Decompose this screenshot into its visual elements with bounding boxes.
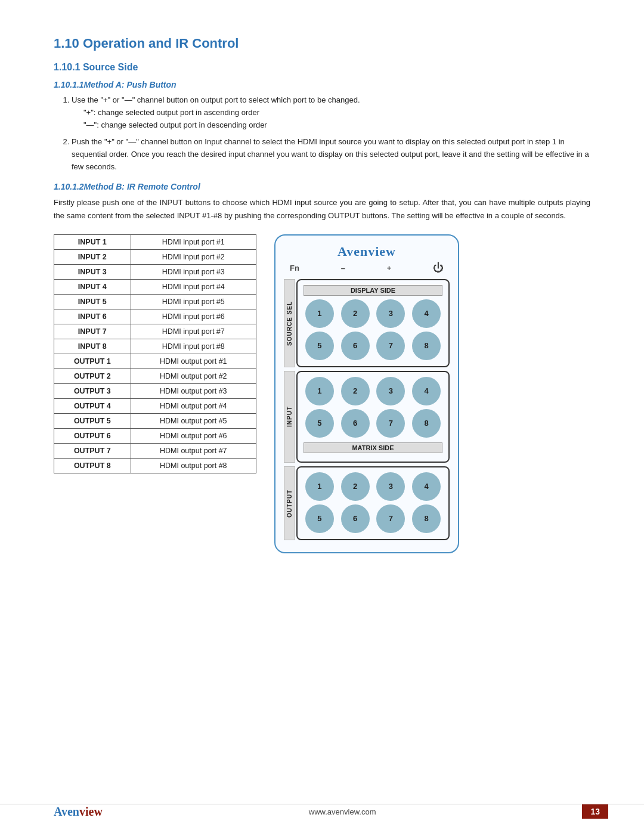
table-cell-port: INPUT 5 [54, 294, 131, 309]
port-table-container: INPUT 1HDMI input port #1INPUT 2HDMI inp… [54, 234, 256, 473]
table-cell-port: OUTPUT 3 [54, 383, 131, 398]
table-cell-desc: HDMI input port #8 [131, 339, 256, 354]
table-cell-port: OUTPUT 2 [54, 368, 131, 383]
table-cell-port: INPUT 4 [54, 279, 131, 294]
input-btn-5[interactable]: 5 [305, 409, 334, 438]
table-cell-port: INPUT 8 [54, 339, 131, 354]
content-area: INPUT 1HDMI input port #1INPUT 2HDMI inp… [54, 234, 590, 553]
output-section: OUTPUT 1 2 3 4 5 6 7 8 [284, 466, 450, 540]
table-row: OUTPUT 4HDMI output port #4 [54, 398, 256, 413]
source-sel-label: SOURCE SEL [284, 279, 295, 367]
power-icon: ⏻ [433, 262, 444, 274]
table-row: INPUT 3HDMI input port #3 [54, 264, 256, 279]
table-cell-desc: HDMI input port #5 [131, 294, 256, 309]
input-btn-8[interactable]: 8 [412, 409, 441, 438]
display-btn-8[interactable]: 8 [412, 332, 441, 360]
table-cell-port: INPUT 2 [54, 249, 131, 264]
display-btn-3[interactable]: 3 [376, 299, 405, 328]
table-cell-port: OUTPUT 7 [54, 443, 131, 458]
page: 1.10 Operation and IR Control 1.10.1 Sou… [0, 0, 644, 833]
input-btn-7[interactable]: 7 [376, 409, 405, 438]
table-row: OUTPUT 7HDMI output port #7 [54, 443, 256, 458]
table-cell-desc: HDMI output port #6 [131, 428, 256, 443]
step1b: "—": change selected output port in desc… [83, 119, 590, 132]
output-btn-3[interactable]: 3 [376, 472, 405, 501]
table-cell-desc: HDMI output port #5 [131, 413, 256, 428]
method-a-title: 1.10.1.1Method A: Push Button [54, 80, 590, 89]
plus-label: + [387, 264, 392, 272]
input-btn-1[interactable]: 1 [305, 377, 334, 405]
output-btn-1[interactable]: 1 [305, 472, 334, 501]
table-cell-desc: HDMI output port #8 [131, 458, 256, 473]
input-btn-2[interactable]: 2 [341, 377, 370, 405]
footer-page-number: 13 [582, 804, 608, 819]
remote-diagram: Avenview Fn – + ⏻ SOURCE SEL DISPLAY SID… [274, 234, 459, 553]
input-section: INPUT 1 2 3 4 5 6 7 8 MATRIX SIDE [284, 371, 450, 463]
output-btn-6[interactable]: 6 [341, 504, 370, 533]
table-cell-port: OUTPUT 4 [54, 398, 131, 413]
input-label: INPUT [284, 371, 295, 463]
port-table: INPUT 1HDMI input port #1INPUT 2HDMI inp… [54, 234, 256, 473]
table-cell-port: OUTPUT 5 [54, 413, 131, 428]
input-btn-6[interactable]: 6 [341, 409, 370, 438]
table-row: OUTPUT 2HDMI output port #2 [54, 368, 256, 383]
table-row: OUTPUT 1HDMI output port #1 [54, 354, 256, 368]
display-side-label: DISPLAY SIDE [304, 285, 442, 296]
table-cell-desc: HDMI input port #6 [131, 309, 256, 324]
remote-top-row: Fn – + ⏻ [284, 262, 450, 274]
section-title: 1.10 Operation and IR Control [54, 36, 590, 51]
method-b-text: Firstly please push one of the INPUT but… [54, 196, 590, 222]
input-buttons-container: 1 2 3 4 5 6 7 8 MATRIX SIDE [296, 371, 450, 463]
output-btn-5[interactable]: 5 [305, 504, 334, 533]
method-b-title: 1.10.1.2Method B: IR Remote Control [54, 182, 590, 191]
table-row: INPUT 2HDMI input port #2 [54, 249, 256, 264]
table-cell-port: INPUT 1 [54, 234, 131, 249]
table-cell-desc: HDMI input port #4 [131, 279, 256, 294]
display-btn-1[interactable]: 1 [305, 299, 334, 328]
table-cell-port: OUTPUT 1 [54, 354, 131, 368]
remote-brand: Avenview [284, 244, 450, 259]
table-row: OUTPUT 6HDMI output port #6 [54, 428, 256, 443]
table-cell-desc: HDMI output port #7 [131, 443, 256, 458]
output-btn-grid: 1 2 3 4 5 6 7 8 [304, 472, 442, 533]
footer-brand: Avenview [54, 805, 103, 819]
output-btn-4[interactable]: 4 [412, 472, 441, 501]
table-cell-desc: HDMI input port #7 [131, 324, 256, 339]
table-cell-port: OUTPUT 6 [54, 428, 131, 443]
display-side-section: SOURCE SEL DISPLAY SIDE 1 2 3 4 5 6 7 8 [284, 279, 450, 367]
input-btn-3[interactable]: 3 [376, 377, 405, 405]
display-btn-2[interactable]: 2 [341, 299, 370, 328]
output-btn-7[interactable]: 7 [376, 504, 405, 533]
minus-label: – [341, 264, 345, 272]
display-btn-4[interactable]: 4 [412, 299, 441, 328]
fn-label: Fn [290, 264, 299, 272]
table-cell-desc: HDMI output port #4 [131, 398, 256, 413]
output-btn-8[interactable]: 8 [412, 504, 441, 533]
display-btn-6[interactable]: 6 [341, 332, 370, 360]
output-btn-2[interactable]: 2 [341, 472, 370, 501]
brand-view: view [79, 805, 103, 818]
display-btn-7[interactable]: 7 [376, 332, 405, 360]
table-row: OUTPUT 8HDMI output port #8 [54, 458, 256, 473]
input-btn-4[interactable]: 4 [412, 377, 441, 405]
table-cell-port: INPUT 6 [54, 309, 131, 324]
step-1: Use the "+" or "—" channel button on out… [72, 94, 590, 131]
table-cell-port: OUTPUT 8 [54, 458, 131, 473]
table-cell-desc: HDMI output port #3 [131, 383, 256, 398]
input-btn-grid: 1 2 3 4 5 6 7 8 [304, 377, 442, 438]
step1a: "+": change selected output port in asce… [83, 107, 590, 119]
brand-aven: Aven [54, 805, 79, 818]
subsection-title: 1.10.1 Source Side [54, 62, 590, 73]
table-row: INPUT 7HDMI input port #7 [54, 324, 256, 339]
table-cell-port: INPUT 3 [54, 264, 131, 279]
table-cell-desc: HDMI input port #2 [131, 249, 256, 264]
table-cell-desc: HDMI input port #3 [131, 264, 256, 279]
table-row: INPUT 4HDMI input port #4 [54, 279, 256, 294]
footer: Avenview www.avenview.com 13 [0, 804, 644, 819]
display-btn-5[interactable]: 5 [305, 332, 334, 360]
display-btn-grid: 1 2 3 4 5 6 7 8 [304, 299, 442, 360]
output-buttons-container: 1 2 3 4 5 6 7 8 [296, 466, 450, 540]
table-row: INPUT 6HDMI input port #6 [54, 309, 256, 324]
table-row: INPUT 1HDMI input port #1 [54, 234, 256, 249]
table-row: OUTPUT 5HDMI output port #5 [54, 413, 256, 428]
